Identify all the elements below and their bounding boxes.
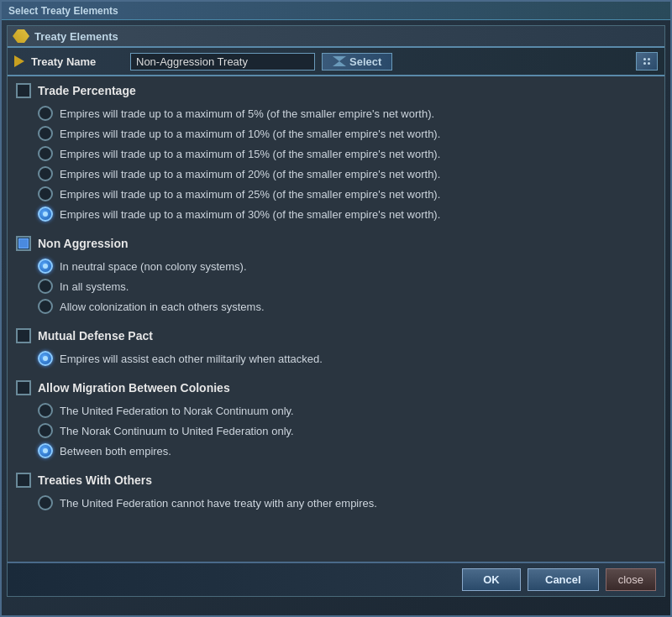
section-title-nonaggression: Non Aggression (38, 237, 129, 250)
radio-item-trade2[interactable]: Empires will trade up to a maximum of 10… (38, 123, 656, 144)
radio-label-trade5: Empires will trade up to a maximum of 25… (60, 188, 440, 201)
radio-label-na1: In neutral space (non colony systems). (60, 260, 247, 273)
select-btn-label: Select (349, 55, 381, 68)
treaty-name-input[interactable] (130, 53, 315, 71)
radio-btn-trade2[interactable] (38, 126, 53, 141)
radio-label-na2: In all systems. (60, 280, 129, 293)
radio-btn-na2[interactable] (38, 279, 53, 294)
radio-label-trade4: Empires will trade up to a maximum of 20… (60, 168, 440, 180)
radio-btn-na3[interactable] (38, 299, 53, 314)
radio-btn-md1[interactable] (38, 351, 53, 366)
radio-item-trade1[interactable]: Empires will trade up to a maximum of 5%… (38, 103, 656, 123)
radio-label-trade2: Empires will trade up to a maximum of 10… (60, 128, 440, 140)
play-icon (14, 55, 24, 67)
section-items-treatieswithothers: The United Federation cannot have treaty… (16, 493, 656, 513)
radio-item-two1[interactable]: The United Federation cannot have treaty… (38, 493, 656, 513)
radio-item-na3[interactable]: Allow colonization in each others system… (38, 296, 656, 316)
radio-label-two1: The United Federation cannot have treaty… (60, 497, 377, 510)
main-panel: Treaty Elements Treaty Name Select (7, 25, 665, 597)
section-items-migration: The United Federation to Norak Continuum… (16, 400, 656, 461)
section-items-trade: Empires will trade up to a maximum of 5%… (16, 103, 656, 224)
radio-label-trade3: Empires will trade up to a maximum of 15… (60, 148, 440, 160)
radio-btn-trade6[interactable] (38, 207, 53, 222)
panel-header: Treaty Elements (8, 26, 664, 48)
radio-label-mig2: The Norak Continuum to United Federation… (60, 425, 294, 437)
dice-icon (643, 58, 650, 65)
treaty-name-label: Treaty Name (31, 55, 123, 68)
radio-btn-trade4[interactable] (38, 166, 53, 181)
bottom-bar: OK Cancel close (8, 562, 664, 596)
section-title-mutualdefense: Mutual Defense Pact (38, 329, 153, 342)
cancel-button[interactable]: Cancel (528, 568, 599, 591)
radio-item-na2[interactable]: In all systems. (38, 276, 656, 296)
radio-label-mig1: The United Federation to Norak Continuum… (60, 405, 294, 417)
section-migration: Allow Migration Between ColoniesThe Unit… (16, 380, 656, 461)
section-items-nonaggression: In neutral space (non colony systems).In… (16, 256, 656, 316)
section-treatieswithothers: Treaties With OthersThe United Federatio… (16, 473, 656, 513)
section-header-mutualdefense: Mutual Defense Pact (16, 328, 656, 343)
radio-item-mig3[interactable]: Between both empires. (38, 441, 656, 461)
radio-item-trade5[interactable]: Empires will trade up to a maximum of 25… (38, 184, 656, 204)
section-header-migration: Allow Migration Between Colonies (16, 380, 656, 395)
content-area[interactable]: Trade PercentageEmpires will trade up to… (8, 76, 664, 562)
section-items-mutualdefense: Empires will assist each other militaril… (16, 348, 656, 369)
window-title: Select Treaty Elements (8, 5, 118, 17)
radio-btn-mig3[interactable] (38, 443, 53, 458)
treaty-name-row: Treaty Name Select (8, 48, 664, 76)
radio-btn-trade1[interactable] (38, 106, 53, 121)
radio-item-md1[interactable]: Empires will assist each other militaril… (38, 348, 656, 369)
section-title-treatieswithothers: Treaties With Others (38, 473, 152, 487)
section-header-nonaggression: Non Aggression (16, 236, 656, 251)
main-window: Select Treaty Elements Treaty Elements T… (0, 0, 672, 617)
radio-item-na1[interactable]: In neutral space (non colony systems). (38, 256, 656, 276)
close-button[interactable]: close (606, 568, 656, 591)
radio-label-na3: Allow colonization in each others system… (60, 301, 265, 313)
select-arrows-icon (333, 56, 346, 66)
radio-item-mig1[interactable]: The United Federation to Norak Continuum… (38, 400, 656, 421)
section-checkbox-treatieswithothers[interactable] (16, 473, 31, 488)
radio-btn-mig2[interactable] (38, 423, 53, 438)
ok-button[interactable]: OK (462, 568, 521, 591)
panel-title: Treaty Elements (34, 30, 118, 43)
section-checkbox-trade[interactable] (16, 83, 31, 98)
radio-btn-two1[interactable] (38, 495, 53, 510)
radio-label-md1: Empires will assist each other militaril… (60, 353, 323, 365)
radio-btn-mig1[interactable] (38, 403, 53, 418)
section-nonaggression: Non AggressionIn neutral space (non colo… (16, 236, 656, 316)
section-title-migration: Allow Migration Between Colonies (38, 381, 230, 395)
panel-icon (13, 29, 29, 43)
radio-btn-trade5[interactable] (38, 186, 53, 201)
radio-item-trade3[interactable]: Empires will trade up to a maximum of 15… (38, 144, 656, 164)
radio-item-trade4[interactable]: Empires will trade up to a maximum of 20… (38, 164, 656, 184)
randomize-button[interactable] (636, 52, 658, 71)
section-trade: Trade PercentageEmpires will trade up to… (16, 83, 656, 224)
section-checkbox-nonaggression[interactable] (16, 236, 31, 251)
radio-btn-na1[interactable] (38, 259, 53, 274)
radio-item-trade6[interactable]: Empires will trade up to a maximum of 30… (38, 204, 656, 224)
radio-btn-trade3[interactable] (38, 146, 53, 161)
section-mutualdefense: Mutual Defense PactEmpires will assist e… (16, 328, 656, 369)
radio-item-mig2[interactable]: The Norak Continuum to United Federation… (38, 421, 656, 441)
section-checkbox-mutualdefense[interactable] (16, 328, 31, 343)
radio-label-trade1: Empires will trade up to a maximum of 5%… (60, 107, 434, 120)
section-title-trade: Trade Percentage (38, 84, 136, 97)
select-button[interactable]: Select (322, 53, 392, 71)
radio-label-trade6: Empires will trade up to a maximum of 30… (60, 208, 440, 221)
title-bar: Select Treaty Elements (2, 2, 670, 20)
section-checkbox-migration[interactable] (16, 380, 31, 395)
section-header-treatieswithothers: Treaties With Others (16, 473, 656, 488)
section-header-trade: Trade Percentage (16, 83, 656, 98)
radio-label-mig3: Between both empires. (60, 445, 171, 458)
